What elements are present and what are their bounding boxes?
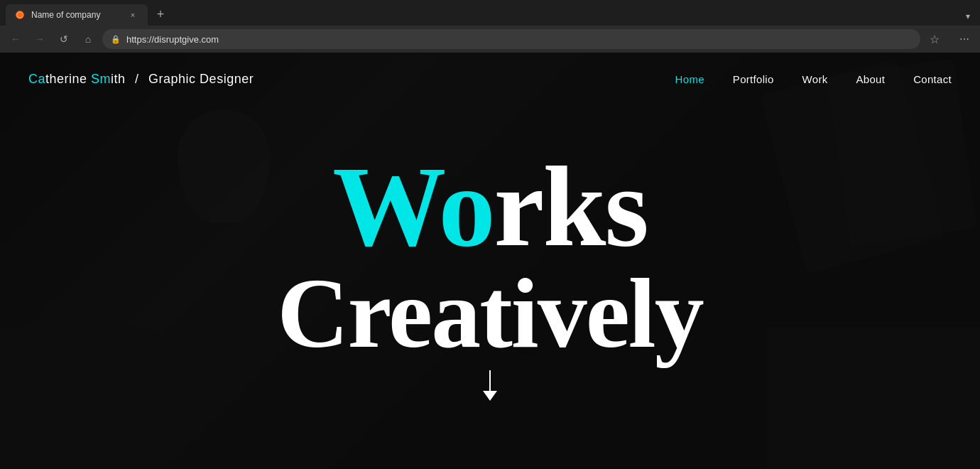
- bookmark-button[interactable]: ☆: [925, 29, 944, 49]
- tab-favicon: [14, 9, 26, 21]
- hero-line1: Works: [277, 150, 702, 264]
- hero-text: Works Creatively: [277, 150, 702, 363]
- forward-button[interactable]: →: [30, 29, 50, 49]
- logo-therine: therine: [45, 72, 91, 86]
- tab-bar: Name of company × + ▾: [0, 0, 980, 26]
- tab-title: Name of company: [31, 10, 121, 20]
- url-bar[interactable]: 🔒 https://disruptgive.com: [102, 29, 920, 49]
- hero-white-text: rks: [494, 144, 647, 270]
- arrow-line: [489, 370, 491, 392]
- browser-actions: ⋯: [954, 29, 974, 49]
- back-button[interactable]: ←: [6, 29, 26, 49]
- url-text: https://disruptgive.com: [126, 34, 912, 45]
- tab-close-button[interactable]: ×: [126, 9, 139, 21]
- site-logo: Catherine Smith / Graphic Designer: [28, 72, 254, 87]
- logo-ith: ith: [111, 72, 126, 86]
- lock-icon: 🔒: [111, 35, 121, 44]
- site-nav: Catherine Smith / Graphic Designer Home …: [0, 53, 980, 106]
- hero-line2: Creatively: [277, 264, 702, 363]
- active-tab[interactable]: Name of company ×: [6, 4, 148, 26]
- reload-button[interactable]: ↺: [54, 29, 74, 49]
- nav-work[interactable]: Work: [802, 73, 828, 85]
- nav-about[interactable]: About: [856, 73, 886, 85]
- browser-chrome: Name of company × + ▾ ← → ↺ ⌂ 🔒 https://…: [0, 0, 980, 53]
- nav-portfolio[interactable]: Portfolio: [733, 73, 774, 85]
- scroll-down-arrow[interactable]: [483, 370, 497, 401]
- logo-separator: /: [131, 72, 143, 86]
- home-button[interactable]: ⌂: [78, 29, 98, 49]
- address-bar: ← → ↺ ⌂ 🔒 https://disruptgive.com ☆ ⋯: [0, 26, 980, 53]
- arrow-head: [483, 391, 497, 401]
- new-tab-button[interactable]: +: [151, 4, 170, 24]
- hero-cyan-text: Wo: [332, 144, 494, 270]
- logo-ca: Ca: [28, 72, 45, 86]
- website-content: Catherine Smith / Graphic Designer Home …: [0, 53, 980, 469]
- hero-section: Works Creatively: [0, 53, 980, 469]
- nav-links: Home Portfolio Work About Contact: [675, 73, 952, 85]
- logo-sm: Sm: [91, 72, 111, 86]
- logo-subtitle: Graphic Designer: [148, 72, 254, 86]
- nav-contact[interactable]: Contact: [913, 73, 952, 85]
- nav-home[interactable]: Home: [675, 73, 704, 85]
- tab-dropdown-button[interactable]: ▾: [962, 10, 974, 23]
- extensions-button[interactable]: ⋯: [954, 29, 974, 49]
